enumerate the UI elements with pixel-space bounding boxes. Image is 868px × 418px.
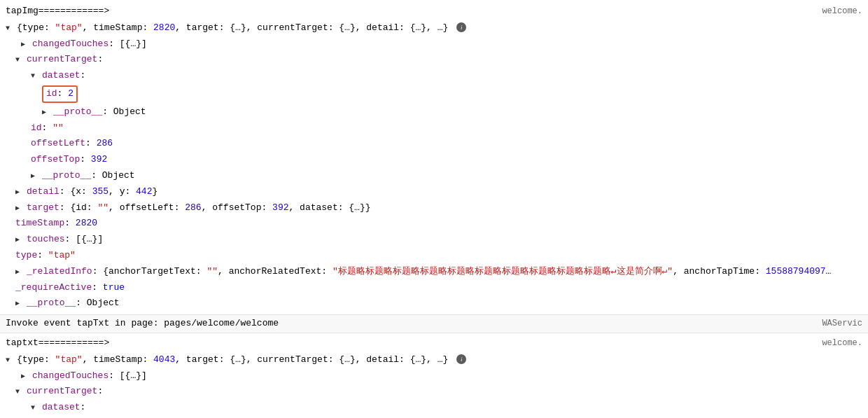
waservice-label: WAServic	[822, 317, 862, 330]
proto-currenttarget-1: __proto__: Object	[42, 169, 135, 183]
target-1: target: {id: "", offsetLeft: 286, offset…	[27, 201, 371, 216]
requireactive-1: _requireActive: true	[15, 281, 125, 295]
info-icon-1[interactable]: i	[456, 22, 466, 32]
timestamp-1: timeStamp: 2820	[15, 216, 97, 231]
expand-changedtouches-2[interactable]	[21, 369, 31, 384]
proto-top-1: __proto__: Object	[27, 296, 120, 311]
expand-dataset-1[interactable]	[31, 69, 41, 83]
type-1: type: "tap"	[15, 249, 76, 263]
tapimg-label: tapImg============>	[6, 4, 109, 19]
expand-arrow-1[interactable]	[6, 21, 15, 36]
expand-currenttarget-1[interactable]	[15, 53, 25, 67]
expand-proto-top-1[interactable]	[15, 296, 25, 311]
dataset-label-2: dataset:	[42, 400, 85, 415]
expand-detail-1[interactable]	[15, 185, 25, 200]
offsetleft-1: offsetLeft: 286	[31, 137, 113, 151]
currenttarget-label-1: currentTarget:	[27, 53, 103, 67]
changedtouches-1: changedTouches: [{…}]	[32, 37, 147, 52]
expand-proto-currenttarget-1[interactable]	[31, 169, 41, 183]
object-line-1: {type: "tap", timeStamp: 2820, target: {…	[17, 21, 466, 36]
invoke-text: Invoke event tapTxt in page: pages/welco…	[6, 316, 279, 331]
welcome-right-2: welcome.	[822, 337, 862, 350]
object-line-2: {type: "tap", timeStamp: 4043, target: {…	[17, 353, 466, 368]
taptxt-label: taptxt============>	[6, 336, 109, 351]
touches-1: touches: [{…}]	[27, 232, 103, 247]
id-empty-1: id: ""	[31, 121, 64, 136]
detail-1: detail: {x: 355, y: 442}	[27, 185, 158, 200]
currenttarget-label-2: currentTarget:	[27, 384, 103, 399]
expand-target-1[interactable]	[15, 201, 25, 216]
expand-proto-dataset-1[interactable]	[42, 105, 52, 120]
info-icon-2[interactable]: i	[456, 354, 466, 364]
changedtouches-2: changedTouches: [{…}]	[32, 369, 147, 384]
expand-dataset-2[interactable]	[31, 400, 41, 415]
expand-relatedinfo-1[interactable]	[15, 265, 25, 279]
offsettop-1: offsetTop: 392	[31, 153, 107, 167]
proto-dataset-1: __proto__: Object	[53, 105, 146, 120]
id2-highlighted: id: 2	[42, 85, 78, 104]
relatedinfo-1: _relatedInfo: {anchorTargetText: "", anc…	[27, 265, 832, 279]
welcome-right-1: welcome.	[822, 5, 862, 18]
expand-currenttarget-2[interactable]	[15, 384, 25, 399]
dataset-label-1: dataset:	[42, 69, 85, 83]
expand-touches-1[interactable]	[15, 232, 25, 247]
expand-arrow-2[interactable]	[6, 353, 15, 368]
expand-changedtouches-1[interactable]	[21, 37, 31, 52]
